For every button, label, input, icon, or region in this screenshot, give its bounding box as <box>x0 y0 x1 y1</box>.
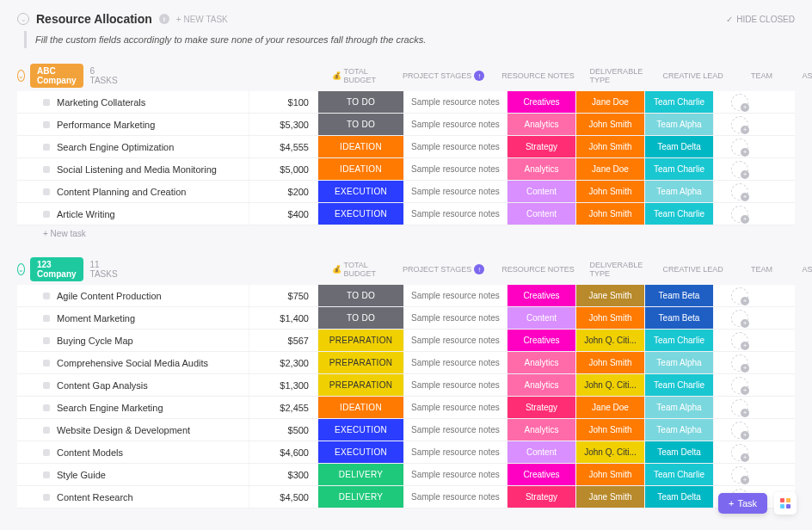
stage-cell[interactable]: EXECUTION <box>318 419 404 441</box>
deliverable-cell[interactable]: Analytics <box>508 114 576 135</box>
team-cell[interactable]: Team Charlie <box>645 158 714 180</box>
stage-cell[interactable]: PREPARATION <box>318 330 404 351</box>
task-row[interactable]: Website Design & Development $500 EXECUT… <box>17 419 795 441</box>
apps-button[interactable] <box>774 492 797 515</box>
task-row[interactable]: Content Gap Analysis $1,300 PREPARATION … <box>17 374 795 397</box>
deliverable-cell[interactable]: Creatives <box>508 464 576 485</box>
column-budget[interactable]: 💰TOTAL BUDGET <box>332 261 401 278</box>
lead-cell[interactable]: John Smith <box>576 307 645 329</box>
stage-cell[interactable]: EXECUTION <box>318 181 404 202</box>
column-stages[interactable]: PROJECT STAGES↑ <box>401 264 487 274</box>
lead-cell[interactable]: John Smith <box>576 464 645 485</box>
row-add-button[interactable] <box>766 136 783 157</box>
lead-cell[interactable]: John Smith <box>576 136 645 157</box>
lead-cell[interactable]: Jane Smith <box>576 486 645 508</box>
task-name-cell[interactable]: Agile Content Production <box>17 285 249 306</box>
task-name-cell[interactable]: Comprehensive Social Media Audits <box>17 352 249 373</box>
task-row[interactable]: Style Guide $300 DELIVERY Sample resourc… <box>17 464 795 486</box>
row-add-button[interactable] <box>766 285 783 306</box>
deliverable-cell[interactable]: Analytics <box>508 419 576 441</box>
add-assignee-icon[interactable] <box>731 422 748 439</box>
team-cell[interactable]: Team Delta <box>645 136 714 157</box>
lead-cell[interactable]: John Smith <box>576 419 645 441</box>
notes-cell[interactable]: Sample resource notes <box>404 419 508 441</box>
task-name-cell[interactable]: Search Engine Marketing <box>17 397 249 418</box>
add-assignee-icon[interactable] <box>731 139 748 156</box>
task-name-cell[interactable]: Content Planning and Creation <box>17 181 249 202</box>
notes-cell[interactable]: Sample resource notes <box>404 441 508 463</box>
task-name-cell[interactable]: Moment Marketing <box>17 307 249 329</box>
status-square-icon[interactable] <box>43 315 50 322</box>
notes-cell[interactable]: Sample resource notes <box>404 285 508 306</box>
row-add-button[interactable] <box>766 330 783 351</box>
status-square-icon[interactable] <box>43 494 50 501</box>
assignee-cell[interactable] <box>714 203 766 225</box>
budget-cell[interactable]: $4,555 <box>249 136 318 157</box>
status-square-icon[interactable] <box>43 166 50 173</box>
task-name-cell[interactable]: Style Guide <box>17 464 249 485</box>
team-cell[interactable]: Team Alpha <box>645 352 714 373</box>
task-row[interactable]: Content Models $4,600 EXECUTION Sample r… <box>17 441 795 464</box>
notes-cell[interactable]: Sample resource notes <box>404 203 508 225</box>
lead-cell[interactable]: John Smith <box>576 352 645 373</box>
stage-cell[interactable]: PREPARATION <box>318 352 404 373</box>
stage-cell[interactable]: DELIVERY <box>318 486 404 508</box>
task-row[interactable]: Article Writing $400 EXECUTION Sample re… <box>17 203 795 225</box>
task-name-cell[interactable]: Performance Marketing <box>17 114 249 135</box>
add-assignee-icon[interactable] <box>731 287 748 305</box>
budget-cell[interactable]: $567 <box>249 330 318 351</box>
row-add-button[interactable] <box>766 114 783 135</box>
assignee-cell[interactable] <box>714 136 766 157</box>
budget-cell[interactable]: $2,300 <box>249 352 318 373</box>
lead-cell[interactable]: Jane Doe <box>576 158 645 180</box>
lead-cell[interactable]: Jane Doe <box>576 397 645 418</box>
team-cell[interactable]: Team Charlie <box>645 374 714 396</box>
notes-cell[interactable]: Sample resource notes <box>404 330 508 351</box>
team-cell[interactable]: Team Delta <box>645 486 714 508</box>
budget-cell[interactable]: $100 <box>249 91 318 113</box>
row-add-button[interactable] <box>766 307 783 329</box>
task-row[interactable]: Social Listening and Media Monitoring $5… <box>17 158 795 181</box>
row-add-button[interactable] <box>766 419 783 441</box>
notes-cell[interactable]: Sample resource notes <box>404 397 508 418</box>
stage-cell[interactable]: IDEATION <box>318 136 404 157</box>
info-icon[interactable]: i <box>159 14 169 24</box>
team-cell[interactable]: Team Delta <box>645 441 714 463</box>
add-assignee-icon[interactable] <box>731 116 748 133</box>
assignee-cell[interactable] <box>714 307 766 329</box>
stage-cell[interactable]: EXECUTION <box>318 203 404 225</box>
stage-cell[interactable]: EXECUTION <box>318 441 404 463</box>
notes-cell[interactable]: Sample resource notes <box>404 486 508 508</box>
team-cell[interactable]: Team Alpha <box>645 397 714 418</box>
budget-cell[interactable]: $2,455 <box>249 397 318 418</box>
assignee-cell[interactable] <box>714 158 766 180</box>
task-name-cell[interactable]: Content Models <box>17 441 249 463</box>
status-square-icon[interactable] <box>43 360 50 367</box>
hide-closed-toggle[interactable]: ✓ HIDE CLOSED <box>726 15 795 24</box>
notes-cell[interactable]: Sample resource notes <box>404 464 508 485</box>
task-row[interactable]: Comprehensive Social Media Audits $2,300… <box>17 352 795 374</box>
budget-cell[interactable]: $4,500 <box>249 486 318 508</box>
stage-cell[interactable]: TO DO <box>318 307 404 329</box>
status-square-icon[interactable] <box>43 293 50 299</box>
team-cell[interactable]: Team Charlie <box>645 203 714 225</box>
add-assignee-icon[interactable] <box>731 354 748 372</box>
assignee-cell[interactable] <box>714 285 766 306</box>
status-square-icon[interactable] <box>43 188 50 195</box>
collapse-group-icon[interactable]: ⌄ <box>17 70 25 82</box>
status-square-icon[interactable] <box>43 337 50 344</box>
add-assignee-icon[interactable] <box>731 161 748 178</box>
notes-cell[interactable]: Sample resource notes <box>404 352 508 373</box>
add-assignee-icon[interactable] <box>731 466 748 484</box>
budget-cell[interactable]: $400 <box>249 203 318 225</box>
task-row[interactable]: Agile Content Production $750 TO DO Samp… <box>17 285 795 307</box>
add-assignee-icon[interactable] <box>731 377 748 394</box>
add-assignee-icon[interactable] <box>731 444 748 461</box>
budget-cell[interactable]: $500 <box>249 419 318 441</box>
deliverable-cell[interactable]: Creatives <box>508 330 576 351</box>
budget-cell[interactable]: $300 <box>249 464 318 485</box>
task-name-cell[interactable]: Search Engine Optimization <box>17 136 249 157</box>
assignee-cell[interactable] <box>714 441 766 463</box>
budget-cell[interactable]: $1,300 <box>249 374 318 396</box>
collapse-section-icon[interactable]: ⌄ <box>17 13 29 25</box>
